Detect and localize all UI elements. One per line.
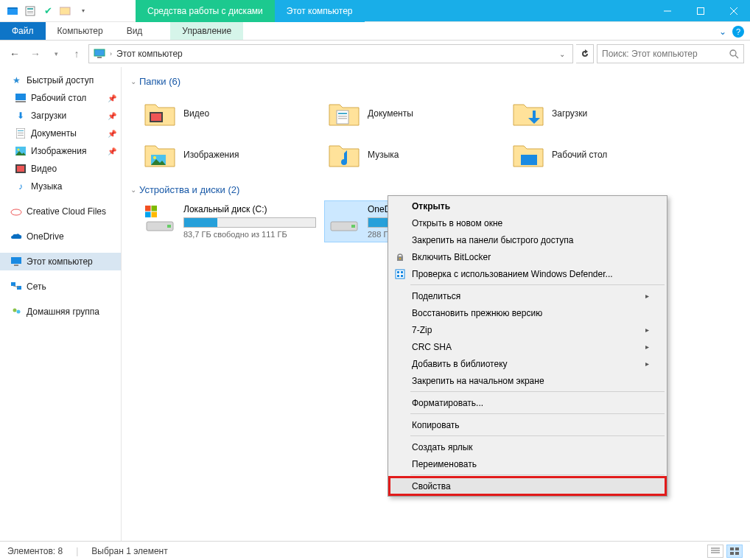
cm-item-pin-quick-access[interactable]: Закрепить на панели быстрого доступа [390, 231, 665, 248]
group-header-folders[interactable]: ⌄ Папки (6) [130, 76, 741, 87]
help-icon[interactable]: ? [732, 26, 744, 38]
folder-label: Загрузки [552, 108, 587, 119]
address-text[interactable]: Этот компьютер [116, 49, 552, 59]
label: Восстановить прежнюю версию [412, 308, 542, 318]
folder-label: Музыка [368, 150, 399, 160]
folder-item-pictures[interactable]: Изображения [141, 134, 325, 175]
cm-item-open[interactable]: Открыть [390, 197, 665, 214]
ribbon-tab-file[interactable]: Файл [0, 22, 46, 40]
qat-dropdown-icon[interactable]: ▾ [75, 3, 91, 19]
label: Закрепить на панели быстрого доступа [412, 235, 574, 245]
svg-rect-58 [735, 547, 739, 550]
breadcrumb-segment[interactable]: › [110, 50, 112, 57]
recent-dropdown[interactable]: ▾ [47, 45, 65, 63]
group-label: Устройства и диски (2) [139, 184, 239, 195]
search-box[interactable] [597, 44, 744, 63]
back-button[interactable]: ← [6, 45, 24, 63]
svg-rect-6 [60, 7, 70, 15]
cm-item-library[interactable]: Добавить в библиотеку▸ [390, 355, 665, 372]
svg-rect-24 [17, 166, 24, 172]
qat-check-icon[interactable]: ✔ [40, 3, 56, 19]
svg-rect-36 [338, 113, 347, 114]
context-menu: Открыть Открыть в новом окне Закрепить н… [388, 195, 667, 497]
sidebar-item-documents[interactable]: Документы 📌 [0, 125, 121, 142]
svg-rect-46 [152, 212, 158, 218]
sidebar-item-quick-access[interactable]: ★ Быстрый доступ [0, 71, 121, 89]
qat-properties-icon[interactable] [22, 3, 38, 19]
cm-item-restore[interactable]: Восстановить прежнюю версию [390, 304, 665, 321]
folder-item-downloads[interactable]: Загрузки [509, 93, 693, 134]
app-icon [4, 3, 21, 19]
maximize-button[interactable] [684, 0, 717, 22]
sidebar-item-pictures[interactable]: Изображения 📌 [0, 142, 121, 160]
group-label: Папки (6) [139, 76, 181, 87]
sidebar-item-downloads[interactable]: ⬇ Загрузки 📌 [0, 107, 121, 125]
address-bar[interactable]: › Этот компьютер ⌄ [88, 44, 573, 63]
ribbon-tab-manage[interactable]: Управление [170, 22, 243, 40]
sidebar-item-creative-cloud[interactable]: Creative Cloud Files [0, 203, 121, 220]
sidebar-item-desktop[interactable]: Рабочий стол 📌 [0, 89, 121, 107]
cm-separator [410, 435, 665, 436]
cm-item-7zip[interactable]: 7-Zip▸ [390, 321, 665, 338]
cm-item-properties[interactable]: Свойства [390, 477, 665, 494]
ribbon-tab-computer[interactable]: Компьютер [46, 22, 115, 40]
search-input[interactable] [602, 49, 729, 59]
star-icon: ★ [10, 74, 22, 86]
svg-rect-8 [697, 8, 704, 15]
refresh-button[interactable] [576, 44, 594, 63]
qat-newfolder-icon[interactable] [57, 3, 74, 19]
cm-item-bitlocker[interactable]: Включить BitLocker [390, 248, 665, 265]
sidebar-item-label: Домашняя группа [27, 307, 99, 317]
minimize-button[interactable] [651, 0, 684, 22]
ribbon-collapse-icon[interactable]: ⌄ [719, 27, 726, 37]
cm-item-defender[interactable]: Проверка с использованием Windows Defend… [390, 265, 665, 282]
sidebar-item-label: Creative Cloud Files [27, 206, 106, 217]
cm-item-crcsha[interactable]: CRC SHA▸ [390, 338, 665, 355]
svg-rect-15 [15, 94, 26, 100]
folder-item-music[interactable]: Музыка [325, 134, 509, 175]
sidebar-item-label: OneDrive [27, 231, 64, 242]
cm-item-pin-start[interactable]: Закрепить на начальном экране [390, 372, 665, 389]
cm-item-share[interactable]: Поделиться▸ [390, 287, 665, 304]
sidebar-item-videos[interactable]: Видео [0, 160, 121, 178]
ribbon-tab-view[interactable]: Вид [115, 22, 155, 40]
sidebar-item-this-pc[interactable]: Этот компьютер [0, 253, 121, 270]
cm-item-copy[interactable]: Копировать [390, 416, 665, 433]
folder-item-documents[interactable]: Документы [325, 93, 509, 134]
cm-item-shortcut[interactable]: Создать ярлык [390, 438, 665, 455]
cm-item-open-new-window[interactable]: Открыть в новом окне [390, 214, 665, 231]
titlebar-spacer[interactable] [365, 0, 651, 21]
svg-point-31 [13, 309, 17, 312]
group-header-devices[interactable]: ⌄ Устройства и диски (2) [130, 184, 741, 195]
sidebar-item-network[interactable]: Сеть [0, 278, 121, 295]
svg-rect-44 [152, 206, 158, 211]
svg-rect-38 [338, 118, 347, 119]
forward-button[interactable]: → [27, 45, 44, 63]
view-tiles-button[interactable] [726, 545, 743, 558]
folder-icon [512, 140, 544, 169]
folder-item-videos[interactable]: Видео [141, 93, 325, 134]
svg-rect-37 [338, 116, 347, 117]
cm-item-format[interactable]: Форматировать... [390, 394, 665, 411]
folder-item-desktop[interactable]: Рабочий стол [509, 134, 693, 175]
svg-rect-57 [730, 547, 734, 550]
pin-icon: 📌 [108, 147, 116, 155]
cm-item-rename[interactable]: Переименовать [390, 455, 665, 472]
drive-item-c[interactable]: Локальный диск (C:) 83,7 ГБ свободно из … [141, 201, 325, 242]
status-bar: Элементов: 8 | Выбран 1 элемент [0, 541, 750, 560]
label: Включить BitLocker [412, 252, 491, 262]
search-icon[interactable] [729, 49, 739, 59]
svg-rect-3 [27, 8, 33, 10]
svg-rect-1 [7, 9, 18, 15]
label: Открыть [412, 201, 450, 211]
close-button[interactable] [717, 0, 750, 22]
status-item-count: Элементов: 8 [7, 546, 63, 556]
sidebar-item-music[interactable]: ♪ Музыка [0, 178, 121, 195]
up-button[interactable]: ↑ [68, 45, 85, 63]
address-dropdown-icon[interactable]: ⌄ [556, 50, 568, 58]
navigation-pane: ★ Быстрый доступ Рабочий стол 📌 ⬇ Загруз… [0, 67, 122, 541]
sidebar-item-label: Сеть [27, 281, 46, 292]
view-details-button[interactable] [707, 545, 723, 558]
sidebar-item-homegroup[interactable]: Домашняя группа [0, 303, 121, 321]
sidebar-item-onedrive[interactable]: OneDrive [0, 228, 121, 245]
